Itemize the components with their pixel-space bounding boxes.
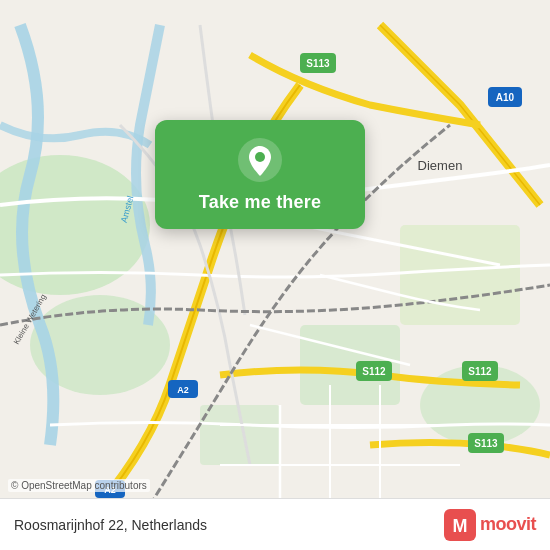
navigation-popup[interactable]: Take me there bbox=[155, 120, 365, 229]
svg-point-25 bbox=[255, 152, 265, 162]
osm-attribution: © OpenStreetMap contributors bbox=[8, 479, 150, 492]
svg-text:A10: A10 bbox=[496, 92, 515, 103]
svg-text:Diemen: Diemen bbox=[418, 158, 463, 173]
svg-text:S113: S113 bbox=[474, 438, 498, 449]
bottom-bar: Roosmarijnhof 22, Netherlands M moovit bbox=[0, 498, 550, 550]
moovit-logo: M moovit bbox=[444, 509, 536, 541]
moovit-brand-text: moovit bbox=[480, 514, 536, 535]
map-overlay: A10 A2 A2 S113 S112 S112 S113 Diemen Kle… bbox=[0, 0, 550, 550]
svg-text:S112: S112 bbox=[468, 366, 492, 377]
svg-text:M: M bbox=[452, 516, 467, 536]
svg-text:S112: S112 bbox=[362, 366, 386, 377]
address-label: Roosmarijnhof 22, Netherlands bbox=[14, 517, 207, 533]
svg-text:S113: S113 bbox=[306, 58, 330, 69]
svg-text:A2: A2 bbox=[177, 385, 189, 395]
popup-cta-label: Take me there bbox=[199, 192, 321, 213]
svg-rect-4 bbox=[400, 225, 520, 325]
location-pin-icon bbox=[238, 138, 282, 182]
map-container: A10 A2 A2 S113 S112 S112 S113 Diemen Kle… bbox=[0, 0, 550, 550]
moovit-brand-icon: M bbox=[444, 509, 476, 541]
